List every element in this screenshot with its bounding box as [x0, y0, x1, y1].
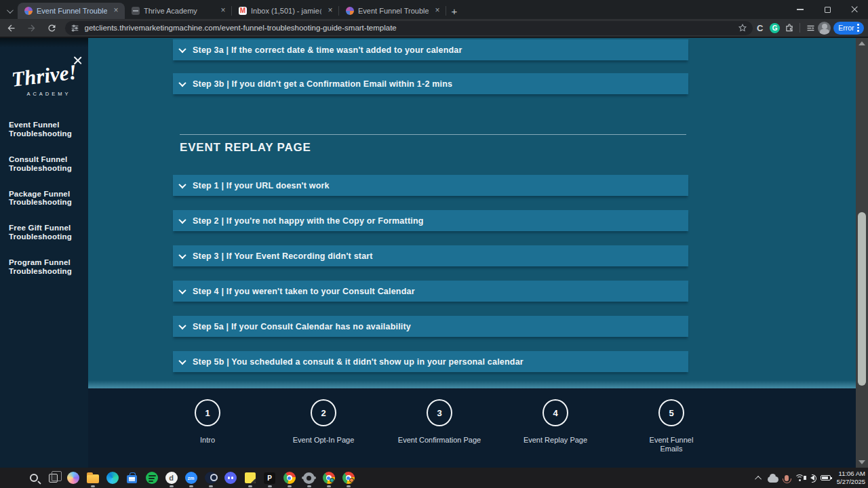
tab-event-funnel-1[interactable]: Event Funnel Troubleshooting × — [18, 3, 125, 19]
edge-button[interactable] — [102, 468, 122, 488]
sidebar-item-free-gift-funnel[interactable]: Free Gift Funnel Troubleshooting — [9, 224, 83, 241]
microsoft-store-button[interactable] — [122, 468, 142, 488]
chevron-down-icon — [178, 251, 186, 258]
step-circle-3[interactable]: 3 — [427, 399, 452, 426]
chevron-down-icon — [178, 286, 186, 293]
tray-clock[interactable]: 11:06 AM 5/27/2025 — [837, 470, 865, 486]
gear-icon — [302, 471, 316, 485]
chevron-down-icon — [178, 216, 186, 223]
d-app-button[interactable]: d — [161, 468, 181, 488]
step-circle-4[interactable]: 4 — [542, 399, 568, 426]
zoom-button[interactable]: zm — [181, 468, 201, 488]
windows-logo-icon — [7, 471, 21, 485]
profile-error-button[interactable]: Error — [833, 22, 864, 35]
spotify-button[interactable] — [142, 468, 161, 488]
tab-close-icon[interactable]: × — [326, 6, 335, 16]
page-sidebar: Thrive! ACADEMY Event Funnel Troubleshoo… — [0, 38, 88, 468]
system-tray: 11:06 AM 5/27/2025 — [757, 468, 865, 488]
task-view-icon — [47, 471, 60, 485]
p-app-button[interactable]: P — [260, 468, 279, 488]
tab-title: Event Funnel Troubleshooting — [37, 7, 107, 15]
step-label: Event Funnel Emails — [637, 436, 705, 453]
copilot-icon — [66, 471, 80, 485]
kebab-menu-icon[interactable] — [857, 24, 859, 32]
accordion-step-5b[interactable]: Step 5b | You scheduled a consult & it d… — [173, 351, 688, 372]
chrome-icon — [342, 471, 355, 485]
tab-thrive-academy[interactable]: Thrive Academy × — [125, 3, 232, 19]
sidebar-item-consult-funnel[interactable]: Consult Funnel Troubleshooting — [9, 155, 83, 173]
chevron-down-icon — [6, 7, 13, 14]
chrome-button[interactable] — [279, 468, 299, 488]
reload-button[interactable] — [43, 20, 61, 36]
sidebar-item-program-funnel[interactable]: Program Funnel Troubleshooting — [9, 258, 83, 276]
taskbar-search-button[interactable] — [24, 468, 43, 488]
accordion-step-4[interactable]: Step 4 | If you weren't taken to your Co… — [173, 281, 688, 302]
tab-close-icon[interactable]: × — [433, 6, 442, 16]
maximize-button[interactable] — [814, 0, 841, 19]
battery-icon[interactable] — [821, 475, 831, 481]
tab-gmail-inbox[interactable]: M Inbox (1,501) - jamie@thrive-a × — [232, 3, 339, 19]
store-icon — [125, 471, 139, 485]
scroll-down-icon[interactable] — [859, 460, 865, 464]
page-scrollbar[interactable] — [856, 38, 868, 468]
discord-button[interactable] — [220, 468, 240, 488]
tab-search-button[interactable] — [0, 3, 18, 19]
grammarly-icon[interactable]: G — [768, 20, 783, 35]
accordion-step-5a[interactable]: Step 5a | If your Consult Calendar has n… — [173, 316, 688, 337]
accordion-step-2[interactable]: Step 2 | If you're not happy with the Co… — [173, 210, 688, 231]
step-label: Intro — [153, 436, 262, 445]
step-circle-2[interactable]: 2 — [311, 399, 336, 426]
copilot-button[interactable] — [63, 468, 83, 488]
star-icon[interactable] — [738, 23, 747, 33]
chrome-profile3-button[interactable] — [338, 468, 358, 488]
scroll-up-icon[interactable] — [859, 41, 865, 45]
page-content: Step 3a | If the correct date & time was… — [88, 38, 856, 388]
accordion-step-3[interactable]: Step 3 | If Your Event Recording didn't … — [173, 245, 688, 266]
steam-button[interactable] — [201, 468, 220, 488]
extensions-icon[interactable] — [783, 20, 797, 35]
accordion-step-3a[interactable]: Step 3a | If the correct date & time was… — [173, 39, 688, 60]
start-button[interactable] — [4, 468, 24, 488]
task-view-button[interactable] — [43, 468, 63, 488]
d-app-icon: d — [165, 471, 178, 485]
site-favicon — [24, 7, 33, 15]
step-circle-5[interactable]: 5 — [658, 399, 684, 426]
step-label: Event Replay Page — [501, 436, 610, 445]
file-explorer-button[interactable] — [83, 468, 102, 488]
profile-error-label: Error — [838, 24, 854, 32]
stepper-item-opt-in: 2 Event Opt-In Page — [269, 399, 378, 445]
onedrive-cloud-icon[interactable] — [768, 476, 778, 483]
profile-avatar[interactable] — [818, 22, 831, 35]
speaker-icon[interactable] — [810, 475, 814, 481]
scrollbar-thumb[interactable] — [858, 212, 866, 386]
minimize-button[interactable] — [787, 0, 814, 19]
forward-button[interactable] — [23, 20, 41, 36]
step-circle-1[interactable]: 1 — [195, 399, 220, 426]
sticky-notes-button[interactable] — [240, 468, 260, 488]
stepper-item-replay: 4 Event Replay Page — [501, 399, 610, 445]
tab-event-funnel-2[interactable]: Event Funnel Troubleshooting × — [339, 3, 446, 19]
accordion-step-1[interactable]: Step 1 | If your URL doesn't work — [173, 175, 688, 196]
back-button[interactable] — [3, 20, 20, 36]
chrome-profile2-button[interactable] — [319, 468, 338, 488]
chevron-down-icon — [178, 321, 186, 329]
tab-close-icon[interactable]: × — [218, 6, 228, 16]
tab-groups-icon[interactable] — [803, 20, 818, 35]
sidebar-item-event-funnel[interactable]: Event Funnel Troubleshooting — [9, 121, 83, 138]
accordion-step-3b[interactable]: Step 3b | If you didn't get a Confirmati… — [173, 73, 688, 94]
sidebar-item-package-funnel[interactable]: Package Funnel Troubleshooting — [9, 190, 83, 207]
tab-close-icon[interactable]: × — [111, 6, 121, 16]
url-text[interactable]: getclients.thrivemarketingmachine.com/ev… — [85, 24, 732, 32]
window-close-button[interactable] — [841, 0, 868, 19]
file-explorer-icon — [86, 471, 100, 485]
settings-button[interactable] — [299, 468, 319, 488]
site-favicon — [346, 7, 354, 15]
wifi-icon[interactable] — [795, 474, 804, 482]
edge-icon — [106, 471, 119, 485]
url-bar[interactable]: getclients.thrivemarketingmachine.com/ev… — [65, 21, 753, 35]
browser-tab-bar: Event Funnel Troubleshooting × Thrive Ac… — [0, 0, 868, 19]
stepper-item-intro: 1 Intro — [153, 399, 262, 445]
microphone-icon[interactable] — [785, 475, 789, 481]
crescent-extension-icon[interactable]: C — [753, 20, 768, 35]
new-tab-button[interactable]: + — [446, 3, 462, 19]
